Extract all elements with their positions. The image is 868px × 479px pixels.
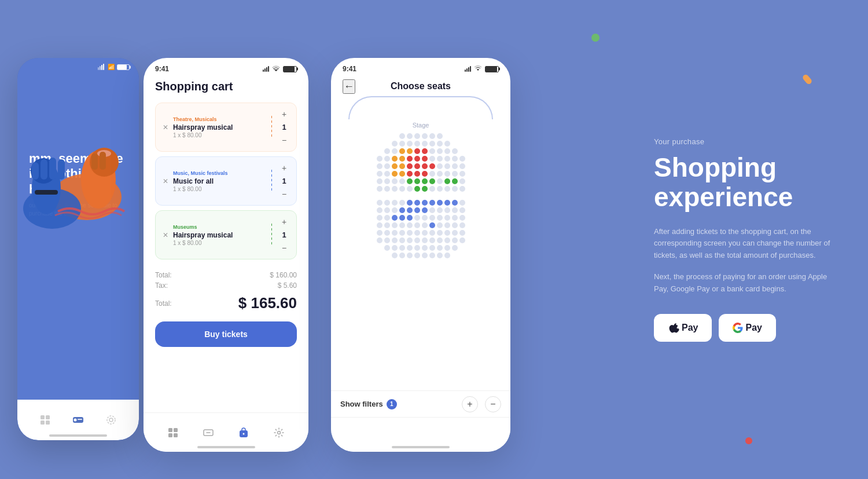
svg-rect-16	[41, 421, 45, 425]
cart-price-1: 1 x $ 80.00	[173, 132, 264, 138]
qty-plus-1[interactable]: +	[279, 109, 289, 119]
shopping-experience-title: Shopping experience	[654, 153, 839, 211]
buy-tickets-button[interactable]: Buy tickets	[155, 321, 297, 347]
seat-row-16	[338, 253, 503, 258]
middle-status-icons	[263, 65, 297, 72]
svg-rect-15	[46, 415, 50, 419]
nav-gear-icon[interactable]	[104, 413, 118, 427]
cart-divider-2	[271, 170, 272, 193]
svg-point-19	[73, 419, 76, 422]
svg-rect-12	[100, 152, 106, 170]
seat-row-10	[338, 207, 503, 213]
nav-grid-icon[interactable]	[38, 413, 52, 427]
seat-row-9	[338, 200, 503, 206]
show-filters-label: Show filters	[340, 400, 383, 408]
decoration-dot-green	[591, 34, 599, 42]
seat-row-11	[338, 215, 503, 221]
cart-qty-1: + 1 −	[279, 109, 289, 145]
seat-row-2	[338, 141, 503, 147]
right-status-time: 9:41	[343, 65, 356, 73]
cart-item-3: ✕ Museums Hairspray musical 1 x $ 80.00 …	[155, 210, 297, 259]
choose-seats-title: Choose seats	[391, 81, 451, 92]
tax-label: Tax:	[155, 281, 168, 290]
cart-name-2: Music for all	[173, 177, 264, 185]
nav-ticket-icon[interactable]	[71, 413, 85, 427]
apple-logo-icon	[668, 322, 679, 334]
middle-nav-bag[interactable]	[237, 426, 251, 440]
experience-desc-1: After adding tickets to the shopping car…	[654, 226, 839, 262]
seat-grid	[331, 133, 510, 260]
svg-rect-8	[41, 159, 47, 180]
middle-nav-gear[interactable]	[272, 426, 286, 440]
qty-plus-2[interactable]: +	[279, 163, 289, 173]
cart-name-3: Hairspray musical	[173, 231, 264, 239]
google-pay-label: Pay	[745, 323, 762, 333]
phone-shopping-cart: 9:41 Shopping cart ✕ The	[144, 58, 308, 452]
info-panel: Your purchase Shopping experience After …	[625, 0, 868, 479]
svg-rect-26	[174, 433, 178, 437]
svg-rect-9	[49, 158, 56, 180]
qty-plus-3[interactable]: +	[279, 217, 289, 227]
cart-category-1: Theatre, Musicals	[173, 116, 264, 122]
seat-row-gap	[338, 193, 503, 198]
seat-row-12	[338, 222, 503, 228]
remove-item-1[interactable]: ✕	[163, 123, 168, 131]
svg-rect-23	[168, 428, 172, 432]
cart-category-3: Museums	[173, 224, 264, 230]
hand-illustration	[17, 104, 139, 232]
seat-row-15	[338, 245, 503, 251]
seat-row-7	[338, 178, 503, 184]
cart-category-2: Music, Music festivals	[173, 170, 264, 176]
phone-left: 📶	[17, 58, 139, 440]
apple-pay-label: Pay	[682, 323, 698, 333]
svg-rect-20	[78, 419, 82, 420]
qty-num-1: 1	[282, 123, 286, 131]
cart-item-1: ✕ Theatre, Musicals Hairspray musical 1 …	[155, 103, 297, 152]
svg-rect-13	[35, 190, 58, 195]
zoom-plus-button[interactable]: +	[462, 396, 478, 412]
cart-item-2-info: Music, Music festivals Music for all 1 x…	[173, 170, 264, 192]
zoom-minus-button[interactable]: −	[485, 396, 501, 412]
remove-item-3[interactable]: ✕	[163, 231, 168, 239]
qty-num-3: 1	[282, 231, 286, 239]
stage-area: Stage	[331, 96, 510, 129]
cart-price-2: 1 x $ 80.00	[173, 186, 264, 192]
right-status-bar: 9:41	[331, 58, 510, 73]
pay-buttons-container: Pay Pay	[654, 314, 839, 342]
cart-qty-2: + 1 −	[279, 163, 289, 199]
qty-minus-3[interactable]: −	[279, 243, 289, 253]
show-filters-button[interactable]: Show filters 1	[340, 399, 397, 409]
qty-minus-2[interactable]: −	[279, 189, 289, 199]
stage-arc	[348, 96, 493, 119]
subtotal-row: Total: $ 160.00	[155, 271, 297, 279]
svg-rect-25	[168, 433, 172, 437]
subtotal-label: Total:	[155, 271, 172, 279]
middle-nav-ticket[interactable]	[201, 426, 215, 440]
left-status-bar: 📶	[17, 58, 139, 70]
svg-rect-17	[46, 421, 50, 425]
svg-point-22	[107, 416, 115, 424]
apple-pay-button[interactable]: Pay	[654, 314, 712, 342]
qty-num-2: 1	[282, 177, 286, 185]
svg-point-29	[243, 433, 245, 434]
middle-status-bar: 9:41	[144, 58, 308, 73]
right-home-indicator	[392, 446, 450, 448]
svg-rect-11	[91, 153, 98, 170]
svg-rect-10	[58, 159, 65, 180]
seat-row-14	[338, 237, 503, 243]
stage-label: Stage	[348, 122, 493, 129]
remove-item-2[interactable]: ✕	[163, 177, 168, 185]
google-logo-icon	[733, 323, 743, 333]
back-button[interactable]: ←	[343, 79, 355, 94]
wifi-icon	[271, 65, 281, 72]
cart-title: Shopping cart	[155, 80, 297, 93]
svg-point-21	[109, 418, 113, 422]
google-pay-button[interactable]: Pay	[719, 314, 775, 342]
middle-nav-grid[interactable]	[166, 426, 180, 440]
cart-name-1: Hairspray musical	[173, 123, 264, 131]
cart-item-1-info: Theatre, Musicals Hairspray musical 1 x …	[173, 116, 264, 138]
qty-minus-1[interactable]: −	[279, 135, 289, 145]
filter-count-badge: 1	[387, 399, 397, 409]
cart-divider-1	[271, 116, 272, 139]
middle-home-indicator	[197, 446, 255, 448]
